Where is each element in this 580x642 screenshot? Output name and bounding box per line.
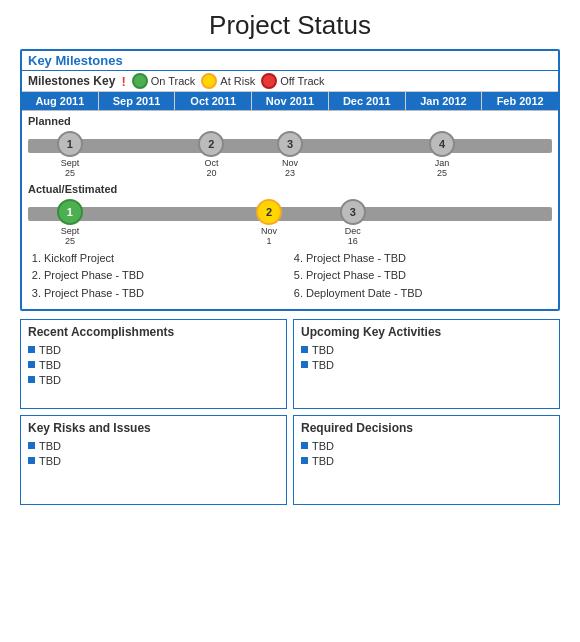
key-green: On Track [132,73,196,89]
bullet-r1 [28,442,35,449]
key-yellow-circle [201,73,217,89]
recent-accomplishments-title: Recent Accomplishments [28,325,279,339]
bullet-d2 [301,457,308,464]
milestones-key-row: Milestones Key ! On Track At Risk Off Tr… [22,71,558,92]
upcoming-item-1: TBD [301,344,552,356]
bullet-u1 [301,346,308,353]
actual-milestone-2: 2 Nov1 [256,199,282,247]
planned-track: 1 Sept25 2 Oct20 3 Nov23 4 Jan25 [28,129,552,173]
upcoming-activities-title: Upcoming Key Activities [301,325,552,339]
actual-circle-1: 1 [57,199,83,225]
page-title: Project Status [20,10,560,41]
key-green-label: On Track [151,75,196,87]
bottom-grid: Recent Accomplishments TBD TBD TBD Upcom… [20,319,560,505]
planned-milestone-1: 1 Sept25 [57,131,83,179]
bullet-2 [28,361,35,368]
planned-milestone-2: 2 Oct20 [198,131,224,179]
planned-section: Planned 1 Sept25 2 Oct20 3 Nov23 4 Jan25 [22,111,558,179]
actual-track: 1 Sept25 2 Nov1 3 Dec16 [28,197,552,241]
risk-item-1: TBD [28,440,279,452]
planned-date-1: Sept25 [61,159,80,179]
actual-date-2: Nov1 [261,227,277,247]
actual-milestone-1: 1 Sept25 [57,199,83,247]
month-sep: Sep 2011 [99,92,176,110]
milestone-item-2: Project Phase - TBD [44,268,290,283]
month-aug: Aug 2011 [22,92,99,110]
key-risks-title: Key Risks and Issues [28,421,279,435]
planned-date-4: Jan25 [435,159,450,179]
milestones-key-label: Milestones Key [28,74,115,88]
month-feb: Feb 2012 [482,92,558,110]
month-nov: Nov 2011 [252,92,329,110]
bullet-1 [28,346,35,353]
upcoming-activities-list: TBD TBD [301,344,552,371]
planned-circle-2: 2 [198,131,224,157]
actual-bar [28,207,552,221]
bullet-r2 [28,457,35,464]
month-dec: Dec 2011 [329,92,406,110]
key-yellow-label: At Risk [220,75,255,87]
milestones-list: Kickoff Project Project Phase - TBD Proj… [22,247,558,309]
planned-milestone-3: 3 Nov23 [277,131,303,179]
risk-item-2: TBD [28,455,279,467]
required-decisions-list: TBD TBD [301,440,552,467]
actual-circle-3: 3 [340,199,366,225]
planned-circle-4: 4 [429,131,455,157]
bullet-u2 [301,361,308,368]
planned-circle-3: 3 [277,131,303,157]
decision-item-2: TBD [301,455,552,467]
milestone-item-5: Project Phase - TBD [306,268,552,283]
key-risks-box: Key Risks and Issues TBD TBD [20,415,287,505]
milestones-col-right: Project Phase - TBD Project Phase - TBD … [290,251,552,303]
planned-milestone-4: 4 Jan25 [429,131,455,179]
actual-circle-2: 2 [256,199,282,225]
key-red: Off Track [261,73,324,89]
key-risks-list: TBD TBD [28,440,279,467]
decision-item-1: TBD [301,440,552,452]
month-oct: Oct 2011 [175,92,252,110]
month-header-row: Aug 2011 Sep 2011 Oct 2011 Nov 2011 Dec … [22,92,558,111]
bullet-3 [28,376,35,383]
required-decisions-title: Required Decisions [301,421,552,435]
actual-section: Actual/Estimated 1 Sept25 2 Nov1 3 Dec16 [22,179,558,247]
key-milestones-section: Key Milestones Milestones Key ! On Track… [20,49,560,311]
recent-item-3: TBD [28,374,279,386]
key-green-circle [132,73,148,89]
key-yellow: At Risk [201,73,255,89]
required-decisions-box: Required Decisions TBD TBD [293,415,560,505]
recent-item-1: TBD [28,344,279,356]
milestone-item-3: Project Phase - TBD [44,286,290,301]
actual-date-1: Sept25 [61,227,80,247]
upcoming-activities-box: Upcoming Key Activities TBD TBD [293,319,560,409]
recent-accomplishments-box: Recent Accomplishments TBD TBD TBD [20,319,287,409]
recent-accomplishments-list: TBD TBD TBD [28,344,279,386]
actual-label: Actual/Estimated [28,183,552,195]
planned-label: Planned [28,115,552,127]
actual-milestone-3: 3 Dec16 [340,199,366,247]
key-red-circle [261,73,277,89]
milestone-item-6: Deployment Date - TBD [306,286,552,301]
upcoming-item-2: TBD [301,359,552,371]
planned-date-2: Oct20 [204,159,218,179]
milestone-item-1: Kickoff Project [44,251,290,266]
milestones-col-left: Kickoff Project Project Phase - TBD Proj… [28,251,290,303]
recent-item-2: TBD [28,359,279,371]
planned-circle-1: 1 [57,131,83,157]
month-jan: Jan 2012 [406,92,483,110]
km-header: Key Milestones [22,51,558,71]
key-red-label: Off Track [280,75,324,87]
milestone-item-4: Project Phase - TBD [306,251,552,266]
bullet-d1 [301,442,308,449]
actual-date-3: Dec16 [345,227,361,247]
planned-date-3: Nov23 [282,159,298,179]
key-exclaim: ! [121,74,125,89]
